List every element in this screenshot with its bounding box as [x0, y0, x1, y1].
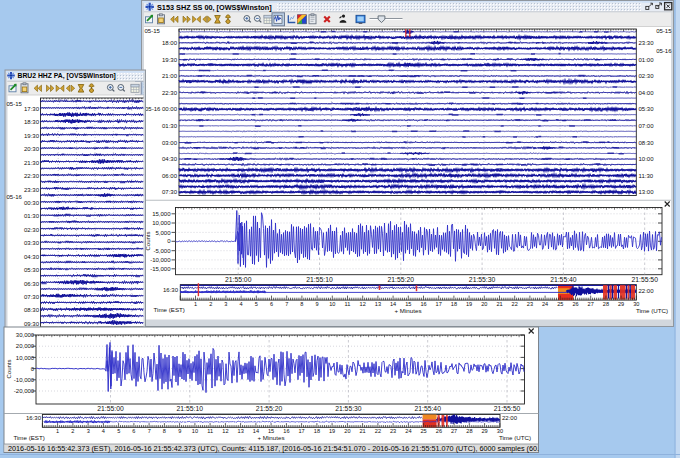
svg-text:17:30: 17:30: [24, 106, 40, 112]
svg-text:03:30: 03:30: [24, 240, 40, 246]
svg-text:20: 20: [344, 428, 350, 434]
svg-text:17: 17: [298, 428, 304, 434]
svg-text:21:55:50: 21:55:50: [494, 405, 521, 412]
svg-text:13: 13: [238, 428, 244, 434]
svg-text:23: 23: [390, 428, 396, 434]
svg-text:20,000: 20,000: [16, 343, 35, 349]
svg-text:28: 28: [603, 301, 609, 307]
svg-text:00:30: 00:30: [24, 200, 40, 206]
svg-text:19: 19: [329, 428, 335, 434]
svg-text:05-16: 05-16: [656, 48, 672, 54]
svg-text:2016-05-16 16:55:42.373 (EST),: 2016-05-16 16:55:42.373 (EST), 2016-05-1…: [8, 444, 539, 453]
svg-text:21: 21: [359, 428, 365, 434]
svg-text:22:30: 22:30: [162, 90, 178, 96]
svg-text:11: 11: [207, 428, 213, 434]
svg-text:5: 5: [255, 301, 258, 307]
svg-text:29: 29: [618, 301, 624, 307]
svg-text:11:30: 11:30: [639, 173, 654, 179]
svg-text:21:55:00: 21:55:00: [225, 276, 252, 283]
svg-text:29: 29: [481, 428, 487, 434]
svg-text:05-16: 05-16: [7, 194, 23, 200]
svg-text:9: 9: [316, 301, 319, 307]
svg-text:06:00: 06:00: [162, 173, 178, 179]
svg-text:22: 22: [375, 428, 381, 434]
svg-text:5,000: 5,000: [155, 230, 171, 236]
svg-text:05-15: 05-15: [145, 28, 161, 34]
svg-text:27: 27: [588, 301, 594, 307]
svg-text:21:00: 21:00: [162, 73, 178, 79]
svg-text:08:30: 08:30: [24, 307, 40, 313]
svg-text:8: 8: [163, 428, 166, 434]
svg-text:21:55:20: 21:55:20: [256, 405, 283, 412]
svg-text:23: 23: [527, 301, 533, 307]
svg-text:1: 1: [56, 428, 59, 434]
svg-text:5: 5: [117, 428, 120, 434]
svg-text:10: 10: [329, 301, 335, 307]
svg-text:26: 26: [436, 428, 442, 434]
svg-text:12: 12: [360, 301, 366, 307]
svg-text:22: 22: [512, 301, 518, 307]
svg-text:18:00: 18:00: [162, 40, 178, 46]
svg-text:03:00: 03:00: [162, 140, 178, 146]
svg-text:9: 9: [178, 428, 181, 434]
svg-text:04:30: 04:30: [162, 156, 178, 162]
svg-text:22:00: 22:00: [639, 288, 655, 294]
svg-text:18: 18: [451, 301, 457, 307]
svg-text:15,000: 15,000: [152, 211, 171, 217]
svg-text:7: 7: [148, 428, 151, 434]
svg-text:05-15: 05-15: [7, 101, 23, 107]
svg-text:-15,000: -15,000: [150, 266, 171, 272]
svg-text:21: 21: [496, 301, 502, 307]
svg-text:10,000: 10,000: [16, 355, 35, 361]
svg-text:2: 2: [71, 428, 74, 434]
svg-text:21:30: 21:30: [24, 160, 40, 166]
svg-text:+ Minutes: + Minutes: [395, 307, 422, 314]
svg-text:Time (EST): Time (EST): [13, 434, 44, 441]
svg-text:-20,000: -20,000: [14, 388, 35, 394]
svg-text:10: 10: [192, 428, 198, 434]
svg-text:01:30: 01:30: [24, 213, 40, 219]
svg-text:20: 20: [481, 301, 487, 307]
svg-text:-10,000: -10,000: [14, 377, 35, 383]
svg-text:24: 24: [405, 428, 411, 434]
svg-text:13:00: 13:00: [639, 189, 655, 195]
svg-text:19:30: 19:30: [24, 133, 40, 139]
svg-text:09:30: 09:30: [24, 321, 40, 327]
svg-text:25: 25: [557, 301, 563, 307]
svg-text:-10,000: -10,000: [150, 257, 171, 263]
svg-text:7: 7: [285, 301, 288, 307]
svg-text:6: 6: [132, 428, 135, 434]
svg-text:13: 13: [375, 301, 381, 307]
svg-text:22:00: 22:00: [502, 415, 518, 421]
svg-text:02:30: 02:30: [639, 73, 655, 79]
svg-text:26: 26: [572, 301, 578, 307]
svg-text:08:30: 08:30: [639, 140, 655, 146]
svg-text:18: 18: [314, 428, 320, 434]
svg-text:20:30: 20:30: [24, 146, 40, 152]
svg-text:21:55:10: 21:55:10: [177, 405, 204, 412]
svg-text:10:00: 10:00: [639, 156, 655, 162]
svg-text:21:55:20: 21:55:20: [388, 276, 415, 283]
svg-text:21:55:10: 21:55:10: [306, 276, 333, 283]
svg-text:8: 8: [300, 301, 303, 307]
svg-text:Counts: Counts: [6, 359, 12, 378]
svg-text:S153 SHZ SS 00, [OWS$Winston]: S153 SHZ SS 00, [OWS$Winston]: [157, 3, 272, 12]
svg-text:24: 24: [542, 301, 548, 307]
svg-text:04:00: 04:00: [639, 90, 655, 96]
svg-text:17: 17: [436, 301, 442, 307]
svg-text:4: 4: [102, 428, 105, 434]
svg-text:30,000: 30,000: [16, 332, 35, 338]
svg-text:Time (EST): Time (EST): [154, 306, 185, 313]
svg-text:3: 3: [224, 301, 227, 307]
svg-text:Time (UTC): Time (UTC): [499, 434, 531, 441]
svg-text:11: 11: [345, 301, 351, 307]
svg-text:16:30: 16:30: [26, 415, 42, 421]
svg-text:02:30: 02:30: [24, 227, 40, 233]
svg-text:06:30: 06:30: [24, 281, 40, 287]
svg-text:1: 1: [194, 301, 197, 307]
svg-text:27: 27: [451, 428, 457, 434]
svg-text:21:55:30: 21:55:30: [335, 405, 362, 412]
svg-text:Time (UTC): Time (UTC): [636, 307, 668, 314]
svg-text:05:30: 05:30: [639, 106, 655, 112]
svg-text:18:30: 18:30: [24, 119, 40, 125]
